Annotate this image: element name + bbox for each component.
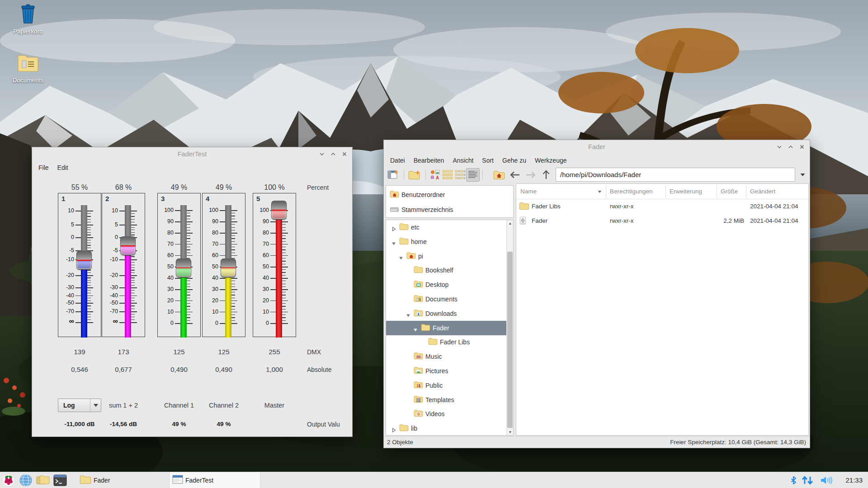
maximize-button[interactable] [330,151,336,157]
tick-minor [231,230,235,230]
tree-item-fader-libs[interactable]: Fader Libs [386,335,513,349]
chevron-expanded-icon[interactable] [399,254,403,262]
tree-item-pictures[interactable]: Pictures [386,364,513,378]
clock[interactable]: 21:33 [845,472,863,488]
tree-item-music[interactable]: Music [386,349,513,364]
task-button-fader[interactable]: Fader [77,472,168,488]
path-dropdown-button[interactable] [798,171,807,179]
fader-handle[interactable] [271,201,287,220]
maximize-button[interactable] [788,144,794,150]
tick-major [75,275,81,276]
back-button[interactable] [508,168,522,182]
file-manager-window: Fader DateiBearbeitenAnsichtSortGehe zuW… [383,140,810,448]
tree-item-documents[interactable]: Documents [386,292,513,306]
fader-track[interactable] [125,205,131,338]
file-row-fader-libs[interactable]: Fader Libsrwxr-xr-x2021-04-04 21:04 [516,199,808,214]
volume-icon[interactable] [820,472,834,488]
fader-handle[interactable] [120,236,136,255]
up-button[interactable] [539,168,553,182]
menu-item-gehe-zu[interactable]: Gehe zu [502,157,526,164]
fader-percent-value: 68 % [102,183,145,192]
tick-major [75,211,81,211]
close-button[interactable] [799,144,805,150]
tick-minor [131,222,135,222]
tree-item-bookshelf[interactable]: Bookshelf [386,263,513,277]
scroll-up-icon[interactable]: ▲ [507,220,514,226]
fader-handle[interactable] [221,258,236,277]
fader-handle[interactable] [76,251,92,270]
tree-item-lib[interactable]: lib [386,421,513,436]
tree-item-fader[interactable]: Fader [386,321,513,335]
forward-button[interactable] [524,168,538,182]
task-button-fadertest[interactable]: FaderTest [169,472,260,488]
menu-item-edit[interactable]: Edit [57,164,68,171]
tree-item-public[interactable]: Public [386,378,513,393]
tree-item-videos[interactable]: Videos [386,407,513,421]
chevron-expanded-icon[interactable] [392,239,396,248]
compact-view-button[interactable] [453,168,467,182]
file-row-fader[interactable]: Faderrwxr-xr-x2,2 MiB2021-04-04 21:04 [516,214,808,228]
icon-view-button[interactable]: A [428,168,442,182]
column-header-name[interactable]: Name [520,184,537,199]
fader-track[interactable] [81,205,87,338]
chevron-expanded-icon[interactable] [406,311,410,319]
home-button[interactable] [492,168,506,182]
column-header-permissions[interactable]: Berechtigungen [610,184,653,199]
terminal-icon[interactable] [53,474,67,487]
close-button[interactable] [341,151,348,157]
menu-item-werkzeuge[interactable]: Werkzeuge [535,157,567,164]
file-manager-titlebar[interactable]: Fader [384,140,810,154]
fadertest-titlebar[interactable]: FaderTest [32,147,352,161]
browser-globe-icon[interactable] [19,474,33,487]
network-updown-icon[interactable] [801,472,814,488]
fader-output-value: 49 % [197,419,251,430]
scroll-down-icon[interactable]: ▼ [507,429,514,435]
scale-mode-dropdown[interactable]: Log [58,399,101,412]
fader-track[interactable] [276,205,282,338]
shade-button[interactable] [776,144,783,150]
detail-view-button[interactable] [466,168,480,182]
column-separator [717,186,717,197]
tree-item-home[interactable]: home [386,235,513,249]
desktop-icon-trash[interactable]: Papierkorb [7,4,49,35]
scale-tick-label: 100 [158,207,174,213]
place-benutzerordner[interactable]: Benutzerordner [386,188,513,202]
bluetooth-icon[interactable] [790,472,797,488]
scrollbar-thumb[interactable] [507,252,513,428]
chevron-collapsed-icon[interactable] [392,426,396,434]
tree-item-downloads[interactable]: Downloads [386,306,513,321]
tree-scrollbar[interactable]: ▲ ▼ [506,220,513,435]
menu-item-sort[interactable]: Sort [482,157,494,164]
scale-tick-label: 70 [253,241,269,247]
chevron-expanded-icon[interactable] [413,326,418,334]
menu-item-datei[interactable]: Datei [390,157,405,164]
column-header-modified[interactable]: Geändert [750,184,775,199]
menu-item-ansicht[interactable]: Ansicht [453,157,473,164]
tree-item-templates[interactable]: Templates [386,393,513,407]
column-header-extension[interactable]: Erweiterung [670,184,702,199]
chevron-collapsed-icon[interactable] [392,225,396,233]
tree-item-pi[interactable]: pi [386,249,513,263]
menu-item-bearbeiten[interactable]: Bearbeiten [414,157,444,164]
tick-major [270,233,276,234]
tick-minor [187,306,190,306]
dmx-row-label: DMX [307,347,352,357]
drive-icon [390,205,399,215]
tick-minor [87,293,91,293]
new-folder-button[interactable] [407,168,421,182]
menu-item-file[interactable]: File [38,164,49,171]
place-stammverzeichnis[interactable]: Stammverzeichnis [386,202,513,217]
column-header-size[interactable]: Größe [721,184,738,199]
menu-raspberry-icon[interactable] [1,474,16,487]
thumbnail-view-button[interactable] [441,168,454,182]
tick-major [119,303,125,304]
shade-button[interactable] [319,151,325,157]
tree-item-desktop[interactable]: Desktop [386,277,513,292]
fader-handle[interactable] [176,258,191,277]
desktop-icon-documents[interactable]: Documents [7,53,49,84]
path-bar[interactable]: /home/pi/Downloads/Fader [556,168,795,182]
file-manager-icon[interactable] [36,474,50,487]
file-name: Fader Libs [532,199,561,214]
tree-item-etc[interactable]: etc [386,220,513,235]
new-window-button[interactable] [387,168,400,182]
